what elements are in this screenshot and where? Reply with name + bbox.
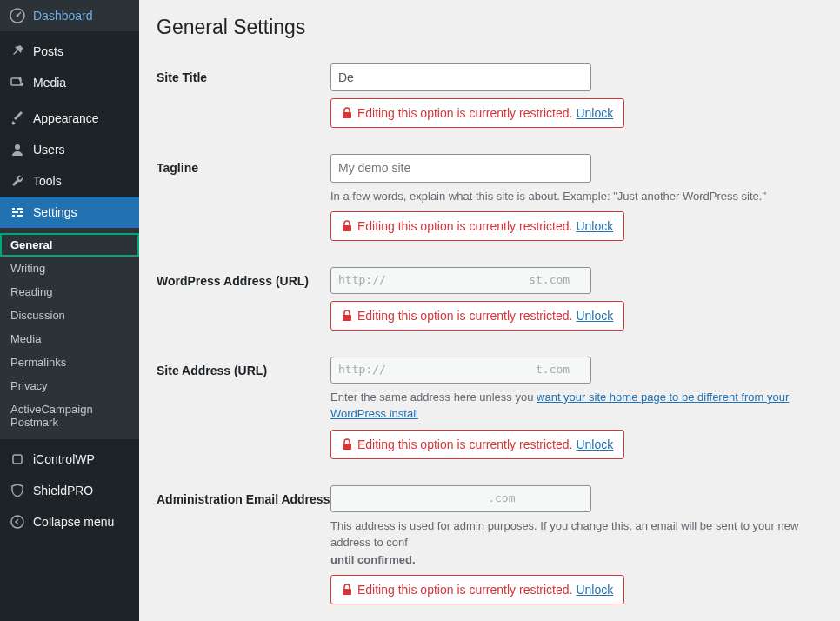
sidebar-item-icontrolwp[interactable]: iControlWP bbox=[0, 444, 139, 475]
svg-rect-10 bbox=[343, 444, 351, 450]
submenu-item-postmark[interactable]: ActiveCampaign Postmark bbox=[0, 397, 139, 434]
row-site-title: Site Title Editing this option is curren… bbox=[157, 55, 823, 145]
plugin-icon bbox=[9, 451, 26, 468]
unlock-link[interactable]: Unlock bbox=[576, 106, 613, 120]
wrench-icon bbox=[9, 172, 26, 190]
restricted-notice: Editing this option is currently restric… bbox=[330, 211, 624, 241]
sidebar-label: Appearance bbox=[33, 111, 99, 125]
svg-point-4 bbox=[15, 144, 20, 150]
input-wp-url[interactable] bbox=[330, 267, 591, 294]
sidebar-item-shieldpro[interactable]: ShieldPRO bbox=[0, 475, 139, 506]
restricted-notice: Editing this option is currently restric… bbox=[330, 301, 624, 331]
input-admin-email[interactable] bbox=[330, 485, 591, 512]
collapse-icon bbox=[9, 513, 26, 531]
notice-text: Editing this option is currently restric… bbox=[357, 309, 572, 323]
sidebar-item-collapse[interactable]: Collapse menu bbox=[0, 506, 139, 538]
row-site-url: Site Address (URL) Enter the same addres… bbox=[157, 348, 823, 477]
svg-point-1 bbox=[17, 15, 19, 17]
sidebar-item-tools[interactable]: Tools bbox=[0, 165, 139, 197]
sidebar-label: iControlWP bbox=[33, 452, 95, 466]
lock-icon bbox=[342, 438, 352, 451]
svg-rect-11 bbox=[343, 589, 351, 595]
lock-icon bbox=[342, 107, 352, 119]
shield-icon bbox=[9, 482, 26, 499]
sidebar-label: Users bbox=[33, 143, 65, 157]
label-site-title: Site Title bbox=[157, 63, 330, 128]
notice-text: Editing this option is currently restric… bbox=[357, 106, 572, 120]
sidebar-item-appearance[interactable]: Appearance bbox=[0, 103, 139, 134]
media-icon bbox=[9, 74, 26, 91]
brush-icon bbox=[9, 110, 26, 127]
sidebar-item-media[interactable]: Media bbox=[0, 67, 139, 98]
notice-text: Editing this option is currently restric… bbox=[357, 437, 572, 451]
tagline-description: In a few words, explain what this site i… bbox=[330, 188, 823, 205]
restricted-notice: Editing this option is currently restric… bbox=[330, 430, 624, 459]
submenu-item-permalinks[interactable]: Permalinks bbox=[0, 351, 139, 374]
input-site-title[interactable] bbox=[330, 63, 591, 91]
admin-sidebar: Dashboard Posts Media Appearance Users T… bbox=[0, 0, 139, 621]
svg-rect-7 bbox=[343, 112, 351, 118]
submenu-item-reading[interactable]: Reading bbox=[0, 280, 139, 304]
row-wp-url: WordPress Address (URL) Editing this opt… bbox=[157, 258, 823, 348]
page-title: General Settings bbox=[157, 16, 823, 39]
settings-submenu: General Writing Reading Discussion Media… bbox=[0, 228, 139, 439]
submenu-item-writing[interactable]: Writing bbox=[0, 257, 139, 280]
sidebar-label: Collapse menu bbox=[33, 515, 114, 529]
svg-rect-9 bbox=[343, 315, 351, 321]
restricted-notice: Editing this option is currently restric… bbox=[330, 575, 624, 604]
row-admin-email: Administration Email Address This addres… bbox=[157, 477, 823, 621]
notice-text: Editing this option is currently restric… bbox=[357, 219, 572, 233]
notice-text: Editing this option is currently restric… bbox=[357, 583, 572, 597]
lock-icon bbox=[342, 310, 352, 322]
sidebar-item-users[interactable]: Users bbox=[0, 134, 139, 165]
sidebar-label: Dashboard bbox=[33, 9, 93, 23]
sliders-icon bbox=[9, 204, 26, 221]
lock-icon bbox=[342, 220, 352, 232]
sidebar-item-settings[interactable]: Settings bbox=[0, 197, 139, 228]
unlock-link[interactable]: Unlock bbox=[576, 219, 613, 233]
site-url-description: Enter the same address here unless you w… bbox=[330, 389, 823, 423]
unlock-link[interactable]: Unlock bbox=[576, 437, 613, 451]
svg-rect-8 bbox=[343, 225, 351, 231]
lock-icon bbox=[342, 584, 352, 596]
sidebar-item-dashboard[interactable]: Dashboard bbox=[0, 0, 139, 31]
user-icon bbox=[9, 141, 26, 158]
sidebar-label: Tools bbox=[33, 174, 62, 188]
svg-rect-5 bbox=[13, 455, 22, 464]
input-site-url[interactable] bbox=[330, 357, 591, 384]
submenu-item-privacy[interactable]: Privacy bbox=[0, 374, 139, 397]
sidebar-label: Posts bbox=[33, 44, 63, 58]
sidebar-label: Media bbox=[33, 76, 66, 90]
sidebar-label: Settings bbox=[33, 205, 77, 219]
sidebar-item-posts[interactable]: Posts bbox=[0, 36, 139, 67]
submenu-item-media[interactable]: Media bbox=[0, 327, 139, 351]
pin-icon bbox=[9, 43, 26, 60]
unlock-link[interactable]: Unlock bbox=[576, 309, 613, 323]
submenu-item-general[interactable]: General bbox=[0, 233, 139, 257]
input-tagline[interactable] bbox=[330, 154, 591, 182]
settings-content: General Settings Site Title Editing this… bbox=[139, 0, 840, 621]
label-tagline: Tagline bbox=[157, 154, 330, 241]
svg-point-3 bbox=[20, 83, 23, 86]
svg-point-6 bbox=[11, 516, 23, 528]
dashboard-icon bbox=[9, 7, 26, 24]
unlock-link[interactable]: Unlock bbox=[576, 583, 613, 597]
label-site-url: Site Address (URL) bbox=[157, 357, 330, 459]
sidebar-label: ShieldPRO bbox=[33, 484, 93, 497]
label-admin-email: Administration Email Address bbox=[157, 485, 330, 604]
submenu-item-discussion[interactable]: Discussion bbox=[0, 304, 139, 327]
label-wp-url: WordPress Address (URL) bbox=[157, 267, 330, 331]
restricted-notice: Editing this option is currently restric… bbox=[330, 98, 624, 128]
row-tagline: Tagline In a few words, explain what thi… bbox=[157, 145, 823, 258]
admin-email-description: This address is used for admin purposes.… bbox=[330, 518, 823, 569]
